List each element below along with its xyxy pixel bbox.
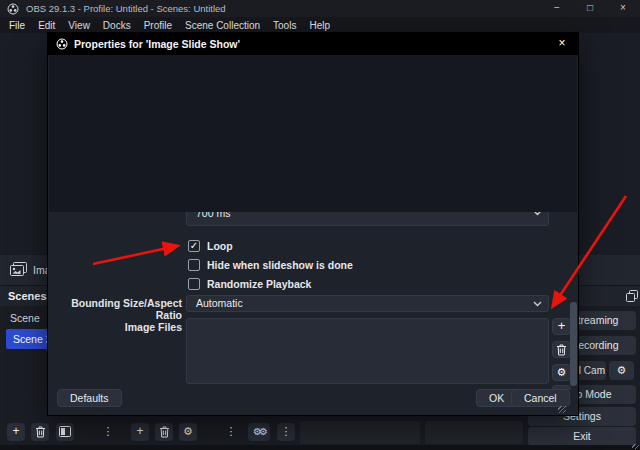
window-titlebar: OBS 29.1.3 - Profile: Untitled - Scenes:… — [0, 0, 640, 17]
transition-speed-select[interactable]: 700 ms — [186, 212, 549, 226]
menu-profile[interactable]: Profile — [142, 20, 174, 31]
randomize-label: Randomize Playback — [207, 278, 311, 291]
scenes-dock-header: Scenes — [8, 286, 47, 306]
properties-dialog: Properties for 'Image Slide Show' × 700 … — [48, 33, 578, 415]
popout-icon[interactable] — [626, 290, 638, 302]
bounding-size-select[interactable]: Automatic — [186, 295, 549, 312]
checkbox-checked[interactable]: ✓ — [188, 240, 200, 252]
remove-source-button[interactable] — [155, 423, 173, 441]
bounding-size-label: Bounding Size/Aspect Ratio — [48, 297, 182, 321]
panel-icon — [59, 426, 71, 437]
menu-scene-collection[interactable]: Scene Collection — [183, 20, 262, 31]
audio-mixer-dock — [300, 421, 420, 444]
remove-scene-button[interactable] — [31, 423, 49, 441]
dialog-scrollbar[interactable] — [570, 302, 577, 386]
chevron-down-icon — [533, 301, 542, 307]
configure-image-button[interactable]: ⚙ — [552, 364, 571, 381]
image-files-list[interactable] — [186, 318, 549, 384]
dialog-resize-grip[interactable] — [558, 406, 566, 413]
menu-edit[interactable]: Edit — [36, 20, 57, 31]
trash-icon — [159, 426, 170, 438]
menu-tools[interactable]: Tools — [271, 20, 298, 31]
mixer-settings-button[interactable]: ⚙⚙ — [248, 423, 270, 441]
exit-button[interactable]: Exit — [528, 427, 636, 446]
maximize-button[interactable]: □ — [575, 0, 605, 17]
properties-scroll-area[interactable]: 700 ms ✓ Loop Hide when slideshow is don… — [48, 212, 578, 390]
trash-icon — [35, 426, 46, 438]
obs-logo-icon — [7, 3, 19, 15]
scene-item[interactable]: Scene — [10, 310, 40, 326]
virtual-cam-config-button[interactable]: ⚙ — [609, 361, 634, 380]
source-properties-button[interactable]: ⚙ — [179, 423, 197, 441]
mixer-menu-kebab[interactable]: ⋮ — [277, 423, 295, 441]
dialog-titlebar[interactable]: Properties for 'Image Slide Show' × — [48, 33, 578, 55]
loop-label: Loop — [207, 240, 233, 253]
dialog-close-icon[interactable]: × — [550, 33, 574, 55]
slideshow-preview — [49, 55, 577, 212]
window-title: OBS 29.1.3 - Profile: Untitled - Scenes:… — [26, 0, 226, 17]
defaults-button[interactable]: Defaults — [57, 389, 122, 407]
gears-icon: ⚙⚙ — [253, 426, 265, 437]
sources-menu-kebab[interactable]: ⋮ — [222, 423, 240, 441]
menu-docks[interactable]: Docks — [101, 20, 133, 31]
chevron-down-icon — [533, 212, 542, 216]
scene-filters-button[interactable] — [56, 423, 74, 441]
scenes-menu-kebab[interactable]: ⋮ — [99, 423, 117, 441]
bounding-size-value: Automatic — [196, 296, 243, 311]
add-image-button[interactable]: + — [552, 318, 571, 335]
trash-icon — [556, 344, 567, 356]
menu-help[interactable]: Help — [307, 20, 332, 31]
minimize-button[interactable]: − — [542, 0, 572, 17]
checkbox-unchecked[interactable] — [188, 278, 200, 290]
menubar: File Edit View Docks Profile Scene Colle… — [0, 17, 640, 33]
menu-view[interactable]: View — [66, 20, 92, 31]
image-files-label: Image Files — [48, 321, 182, 333]
transition-speed-value: 700 ms — [196, 212, 230, 227]
statusbar — [0, 445, 640, 450]
transitions-dock — [425, 421, 523, 444]
dialog-title: Properties for 'Image Slide Show' — [74, 33, 240, 55]
menu-file[interactable]: File — [7, 20, 27, 31]
checkbox-unchecked[interactable] — [188, 259, 200, 271]
remove-image-button[interactable] — [552, 341, 571, 358]
add-scene-button[interactable]: + — [7, 423, 25, 441]
close-button[interactable]: × — [608, 0, 638, 17]
add-source-button[interactable]: + — [131, 423, 149, 441]
cancel-button[interactable]: Cancel — [511, 389, 570, 407]
hide-when-done-label: Hide when slideshow is done — [207, 259, 353, 272]
image-slideshow-icon — [10, 262, 27, 277]
window-resize-grip[interactable] — [632, 444, 639, 449]
obs-logo-icon — [56, 38, 68, 50]
